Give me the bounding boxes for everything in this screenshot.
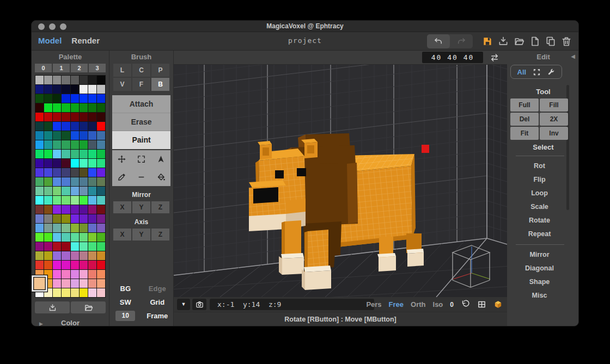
mirror-z-button[interactable]: Z xyxy=(151,201,169,213)
palette-swatch[interactable] xyxy=(53,140,61,149)
axis-y-button[interactable]: Y xyxy=(132,229,150,240)
display-toggle-bg[interactable]: BG xyxy=(109,285,142,293)
palette-swatch[interactable] xyxy=(62,103,70,112)
palette-swatch[interactable] xyxy=(71,168,79,177)
brush-mode-erase[interactable]: Erase xyxy=(112,113,170,131)
edit-tool-fill[interactable]: Fill xyxy=(540,98,568,112)
palette-swatch[interactable] xyxy=(88,150,96,158)
palette-swatch[interactable] xyxy=(97,122,105,131)
palette-swatch[interactable] xyxy=(97,288,105,297)
palette-swatch[interactable] xyxy=(35,122,44,131)
palette-swatch[interactable] xyxy=(35,261,44,269)
redo-button[interactable] xyxy=(450,34,473,48)
palette-swatch[interactable] xyxy=(35,214,44,223)
edit-section-mirror[interactable]: Mirror xyxy=(507,248,572,262)
palette-swatch[interactable] xyxy=(62,150,70,158)
palette-swatch[interactable] xyxy=(97,224,105,232)
palette-swatch[interactable] xyxy=(71,76,79,84)
edit-section-scale[interactable]: Scale xyxy=(507,200,572,214)
display-toggle-sw[interactable]: SW xyxy=(109,298,142,306)
display-toggle-10[interactable]: 10 xyxy=(109,311,142,321)
palette-swatch[interactable] xyxy=(97,177,105,186)
palette-tab-2[interactable]: 2 xyxy=(71,64,88,72)
palette-swatch[interactable] xyxy=(44,233,52,242)
layout-grid-icon[interactable] xyxy=(477,300,486,309)
palette-swatch[interactable] xyxy=(35,103,44,112)
palette-swatch[interactable] xyxy=(80,251,88,260)
palette-swatch[interactable] xyxy=(71,85,79,94)
palette-swatch[interactable] xyxy=(88,103,96,112)
palette-swatch[interactable] xyxy=(88,279,96,288)
palette-swatch[interactable] xyxy=(97,103,105,112)
palette-swatch[interactable] xyxy=(35,187,44,195)
palette-swatch[interactable] xyxy=(62,288,70,297)
palette-swatch[interactable] xyxy=(53,224,61,232)
edit-section-rotate[interactable]: Rotate xyxy=(507,214,572,227)
axis-x-button[interactable]: X xyxy=(113,229,131,240)
palette-swatch[interactable] xyxy=(80,103,88,112)
palette-import-button[interactable] xyxy=(35,301,70,313)
palette-swatch[interactable] xyxy=(80,122,88,131)
palette-swatch[interactable] xyxy=(53,251,61,260)
palette-swatch[interactable] xyxy=(44,196,52,205)
edit-section-diagonal[interactable]: Diagonal xyxy=(507,262,572,275)
palette-swatch[interactable] xyxy=(88,224,96,232)
marquee-tool-button[interactable] xyxy=(132,150,151,168)
edit-section-loop[interactable]: Loop xyxy=(507,187,572,200)
palette-swatch[interactable] xyxy=(62,94,70,103)
view-dropdown-button[interactable]: ▼ xyxy=(177,299,190,310)
palette-swatch[interactable] xyxy=(44,103,52,112)
palette-swatch[interactable] xyxy=(71,187,79,195)
palette-swatch[interactable] xyxy=(44,131,52,140)
palette-swatch[interactable] xyxy=(44,85,52,94)
edit-tool-del[interactable]: Del xyxy=(510,113,539,126)
camera-mode-orth[interactable]: Orth xyxy=(411,300,425,309)
mirror-y-button[interactable]: Y xyxy=(132,201,150,213)
palette-swatch[interactable] xyxy=(53,94,61,103)
canvas-3d[interactable] xyxy=(174,65,507,297)
palette-swatch[interactable] xyxy=(88,168,96,177)
palette-swatch[interactable] xyxy=(88,270,96,279)
palette-swatch[interactable] xyxy=(88,140,96,149)
palette-swatch[interactable] xyxy=(53,279,61,288)
edit-section-rot[interactable]: Rot xyxy=(507,159,572,173)
palette-swatch[interactable] xyxy=(80,242,88,251)
move-tool-button[interactable] xyxy=(112,150,132,168)
palette-swatch[interactable] xyxy=(62,113,70,121)
edit-tool-fit[interactable]: Fit xyxy=(510,127,539,140)
palette-swatch[interactable] xyxy=(88,233,96,242)
mirror-x-button[interactable]: X xyxy=(113,201,131,213)
camera-mode-pers[interactable]: Pers xyxy=(366,300,381,309)
palette-swatch[interactable] xyxy=(35,288,44,297)
save-button[interactable] xyxy=(482,36,493,47)
palette-swatch[interactable] xyxy=(62,76,70,84)
palette-swatch[interactable] xyxy=(53,150,61,158)
edit-tool-2x[interactable]: 2X xyxy=(540,113,568,126)
edit-section-misc[interactable]: Misc xyxy=(507,289,572,303)
select-section-label[interactable]: Select xyxy=(507,143,579,151)
undo-button[interactable] xyxy=(427,34,450,48)
cursor-voxel[interactable] xyxy=(422,145,429,153)
palette-swatch[interactable] xyxy=(35,251,44,260)
palette-swatch[interactable] xyxy=(44,140,52,149)
palette-swatch[interactable] xyxy=(80,94,88,103)
palette-swatch[interactable] xyxy=(35,205,44,214)
project-name[interactable]: project xyxy=(288,36,322,45)
screenshot-button[interactable] xyxy=(192,299,206,310)
palette-swatch[interactable] xyxy=(88,242,96,251)
palette-swatch[interactable] xyxy=(71,288,79,297)
palette-swatch[interactable] xyxy=(71,159,79,168)
palette-swatch[interactable] xyxy=(71,94,79,103)
palette-swatch[interactable] xyxy=(44,122,52,131)
picker-tool-button[interactable] xyxy=(112,168,132,186)
palette-swatch[interactable] xyxy=(53,131,61,140)
palette-swatch[interactable] xyxy=(62,205,70,214)
palette-swatch[interactable] xyxy=(62,233,70,242)
palette-swatch[interactable] xyxy=(71,113,79,121)
palette-swatch[interactable] xyxy=(62,224,70,232)
palette-swatch[interactable] xyxy=(80,187,88,195)
brush-shape-p[interactable]: P xyxy=(151,64,169,77)
triangle-left-icon[interactable]: ◀ xyxy=(571,53,575,59)
palette-swatch[interactable] xyxy=(62,168,70,177)
palette-swatch[interactable] xyxy=(53,270,61,279)
